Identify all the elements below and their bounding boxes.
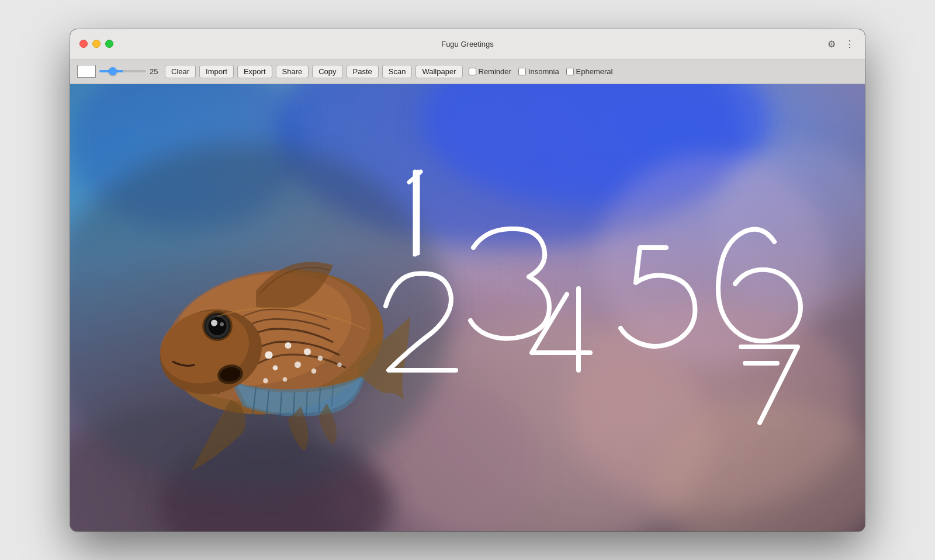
svg-point-21 [265,351,272,359]
extensions-icon[interactable]: ⚙ [826,37,837,51]
scene-svg [70,84,865,531]
scan-button[interactable]: Scan [382,65,413,78]
svg-point-29 [283,377,288,381]
share-button[interactable]: Share [276,65,309,78]
more-options-icon[interactable]: ⋮ [844,37,856,51]
svg-point-45 [209,317,227,335]
svg-point-32 [311,368,317,374]
svg-point-28 [263,378,268,383]
ephemeral-label: Ephemeral [576,67,613,76]
ephemeral-checkbox-label[interactable]: Ephemeral [566,67,613,76]
insomnia-checkbox[interactable] [518,68,526,75]
toolbar: 25 Clear Import Export Share Copy Paste … [70,60,865,84]
insomnia-label: Insomnia [528,67,559,76]
app-window: Fugu Greetings ⚙ ⋮ 25 Clear Import Expor… [70,29,865,531]
svg-point-26 [295,361,301,368]
color-picker[interactable] [77,65,96,78]
svg-point-25 [273,365,278,370]
reminder-label: Reminder [479,67,511,76]
brush-size-container: 25 [99,67,161,76]
traffic-lights [79,40,113,48]
brush-size-value: 25 [150,67,161,76]
svg-point-23 [304,348,311,355]
svg-point-47 [220,322,224,326]
brush-size-slider[interactable] [99,70,146,72]
ephemeral-checkbox[interactable] [566,68,574,75]
svg-point-33 [337,362,342,367]
insomnia-checkbox-label[interactable]: Insomnia [518,67,559,76]
reminder-checkbox-label[interactable]: Reminder [469,67,511,76]
minimize-button[interactable] [92,40,101,48]
window-actions: ⚙ ⋮ [826,37,856,51]
svg-point-27 [318,356,323,361]
checkbox-group: Reminder Insomnia Ephemeral [469,67,613,76]
wallpaper-button[interactable]: Wallpaper [415,65,462,78]
svg-point-22 [285,342,292,349]
copy-button[interactable]: Copy [312,65,342,78]
close-button[interactable] [79,40,88,48]
paste-button[interactable]: Paste [347,65,379,78]
svg-point-46 [211,319,217,326]
canvas-background [70,84,865,531]
import-button[interactable]: Import [199,65,234,78]
titlebar: Fugu Greetings ⚙ ⋮ [70,29,865,60]
clear-button[interactable]: Clear [165,65,196,78]
canvas-area[interactable] [70,84,865,531]
window-title: Fugu Greetings [441,40,494,48]
maximize-button[interactable] [105,40,113,48]
reminder-checkbox[interactable] [469,68,476,75]
export-button[interactable]: Export [237,65,272,78]
